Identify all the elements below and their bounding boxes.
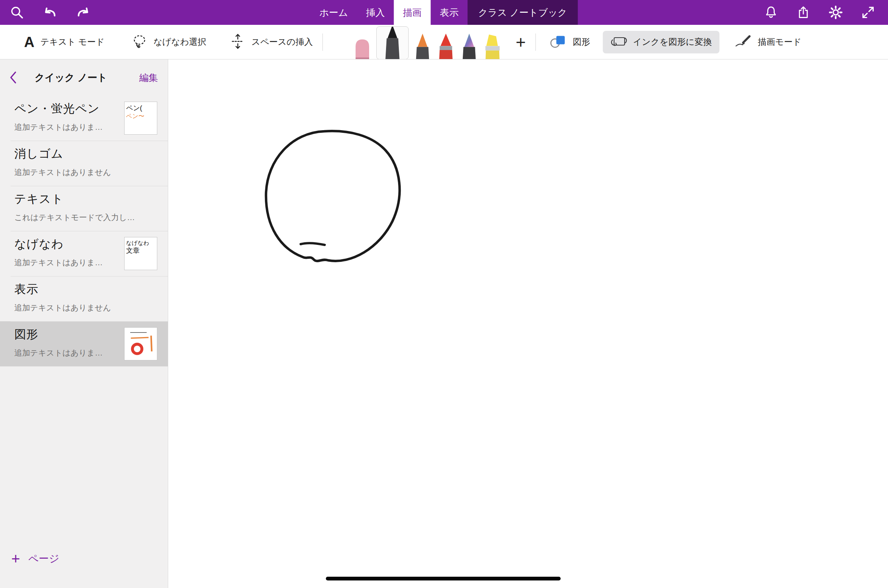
eraser-tool[interactable]	[351, 25, 374, 59]
add-page-label: ページ	[28, 552, 59, 565]
page-subtitle: 追加テキストはありません	[14, 302, 158, 313]
page-thumbnail: なげなわ 文章	[124, 237, 157, 270]
onenote-app: ホーム 挿入 描画 表示 クラス ノートブック A テキスト モード	[0, 0, 888, 588]
tab-home[interactable]: ホーム	[310, 0, 357, 25]
top-bar: ホーム 挿入 描画 表示 クラス ノートブック	[0, 0, 888, 25]
notifications-bell-icon[interactable]	[763, 5, 779, 20]
shapes-button[interactable]: 図形	[549, 34, 590, 50]
pen-options-chevron-down-icon[interactable]	[388, 53, 397, 58]
top-bar-right-icons	[763, 5, 888, 20]
edit-button[interactable]: 編集	[139, 71, 158, 84]
toolbar-divider	[322, 33, 323, 51]
convert-ink-to-shape-button[interactable]: インクを図形に変換	[603, 31, 719, 53]
lasso-label: なげなわ選択	[154, 36, 206, 48]
lasso-icon	[132, 34, 147, 50]
convert-ink-label: インクを図形に変換	[633, 36, 712, 48]
text-mode-icon: A	[24, 35, 34, 49]
page-subtitle: 追加テキストはありません	[14, 167, 158, 178]
insert-space-icon	[230, 33, 245, 51]
draw-mode-label: 描画モード	[758, 36, 801, 48]
thumb-ink-text: ペン(	[126, 104, 142, 112]
notebook-title: クイック ノート	[35, 71, 107, 84]
add-page-button[interactable]: + ページ	[11, 551, 59, 566]
shapes-label: 図形	[573, 36, 590, 48]
insert-space-label: スペースの挿入	[251, 36, 313, 48]
page-sidebar: クイック ノート 編集 ペン・蛍光ペン 追加テキストはありま… ペン( ペン〜 …	[0, 59, 168, 588]
draw-mode-pen-icon	[734, 35, 752, 50]
page-item-view[interactable]: 表示 追加テキストはありません	[0, 276, 168, 321]
top-bar-left-icons	[0, 5, 91, 20]
home-indicator-bar[interactable]	[326, 577, 561, 580]
ribbon-tabs: ホーム 挿入 描画 表示 クラス ノートブック	[310, 0, 578, 25]
page-thumbnail: ペン( ペン〜	[124, 102, 157, 135]
tab-draw[interactable]: 描画	[394, 0, 431, 25]
thumb-ink-text: 文章	[126, 246, 140, 255]
redo-icon[interactable]	[75, 5, 91, 20]
convert-ink-icon	[610, 35, 628, 50]
insert-space-button[interactable]: スペースの挿入	[230, 33, 313, 51]
back-chevron-icon[interactable]	[8, 71, 22, 84]
page-item-pen-highlighter[interactable]: ペン・蛍光ペン 追加テキストはありま… ペン( ペン〜	[0, 96, 168, 141]
galaxy-pen-tool[interactable]	[458, 25, 481, 59]
yellow-highlighter-tool[interactable]	[481, 25, 504, 59]
drawing-canvas[interactable]	[168, 59, 888, 588]
page-item-text[interactable]: テキスト これはテキストモードで入力し…	[0, 186, 168, 231]
tab-class-notebook[interactable]: クラス ノートブック	[468, 0, 578, 25]
page-item-shapes[interactable]: 図形 追加テキストはありま…	[0, 321, 168, 366]
thumb-ink-text: ペン〜	[126, 112, 144, 120]
tab-view[interactable]: 表示	[431, 0, 468, 25]
draw-toolbar: A テキスト モード なげなわ選択 スペースの挿入	[0, 25, 888, 59]
plus-icon: +	[11, 551, 20, 566]
black-pen-tool-selected[interactable]	[376, 26, 409, 59]
thumb-ink-text: なげなわ	[126, 240, 149, 246]
add-pen-button[interactable]: +	[515, 33, 526, 51]
undo-icon[interactable]	[42, 5, 58, 20]
shapes-icon	[549, 34, 567, 50]
toolbar-divider	[535, 33, 536, 51]
settings-gear-icon[interactable]	[828, 5, 844, 20]
pen-tray	[351, 25, 504, 59]
page-thumbnail	[124, 327, 157, 360]
page-list: ペン・蛍光ペン 追加テキストはありま… ペン( ペン〜 消しゴム 追加テキストは…	[0, 96, 168, 366]
draw-mode-button[interactable]: 描画モード	[734, 35, 801, 50]
fullscreen-expand-icon[interactable]	[860, 5, 876, 20]
page-item-eraser[interactable]: 消しゴム 追加テキストはありません	[0, 141, 168, 186]
share-icon[interactable]	[795, 5, 811, 20]
orange-pen-tool[interactable]	[411, 25, 434, 59]
sidebar-header: クイック ノート 編集	[0, 59, 168, 96]
tab-insert[interactable]: 挿入	[357, 0, 394, 25]
text-mode-label: テキスト モード	[40, 36, 105, 48]
page-title: 消しゴム	[14, 146, 158, 162]
thumb-ink-drawing	[126, 330, 157, 358]
page-subtitle: これはテキストモードで入力し…	[14, 212, 158, 223]
page-title: 表示	[14, 281, 158, 297]
red-marker-tool[interactable]	[434, 25, 458, 59]
page-title: テキスト	[14, 191, 158, 207]
search-icon[interactable]	[9, 5, 25, 20]
page-item-lasso[interactable]: なげなわ 追加テキストはありま… なげなわ 文章	[0, 231, 168, 276]
lasso-select-button[interactable]: なげなわ選択	[132, 34, 206, 50]
text-mode-button[interactable]: A テキスト モード	[24, 35, 105, 49]
